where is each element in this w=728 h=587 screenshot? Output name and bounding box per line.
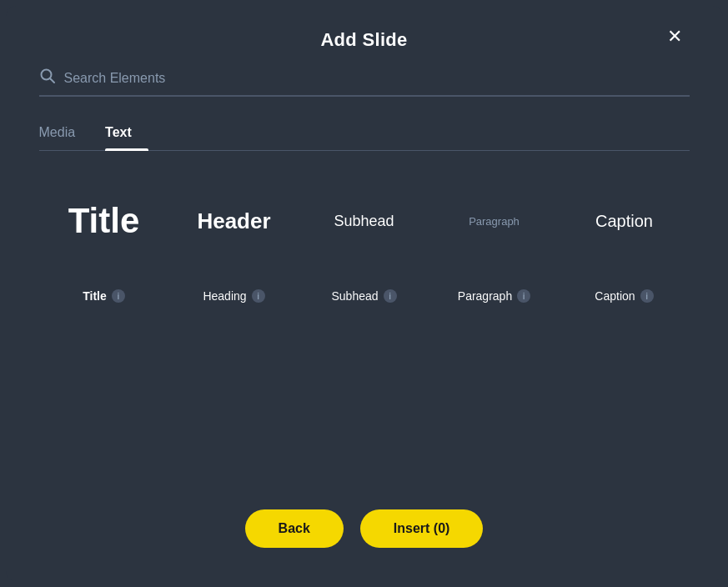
modal-overlay: Add Slide ✕ Media Text Ti xyxy=(0,0,728,587)
element-labels: Title i Heading i Subhead i Paragraph i … xyxy=(39,283,690,309)
element-label-title[interactable]: Title i xyxy=(39,283,169,309)
tab-text[interactable]: Text xyxy=(105,117,148,150)
insert-button[interactable]: Insert (0) xyxy=(360,509,484,548)
modal-header: Add Slide ✕ xyxy=(39,6,690,68)
element-label-caption[interactable]: Caption i xyxy=(560,283,690,309)
search-icon xyxy=(39,68,56,88)
element-preview-title[interactable]: Title xyxy=(39,176,169,266)
tabs-bar: Media Text xyxy=(39,117,690,151)
modal-footer: Back Insert (0) xyxy=(39,493,690,548)
element-label-subhead[interactable]: Subhead i xyxy=(299,283,429,309)
back-button[interactable]: Back xyxy=(245,509,344,548)
element-label-paragraph[interactable]: Paragraph i xyxy=(429,283,560,309)
element-preview-caption[interactable]: Caption xyxy=(560,176,690,266)
info-badge-subhead[interactable]: i xyxy=(384,289,397,303)
element-preview-paragraph[interactable]: Paragraph xyxy=(429,176,560,266)
svg-point-0 xyxy=(41,70,51,80)
info-badge-paragraph[interactable]: i xyxy=(517,289,530,303)
modal: Add Slide ✕ Media Text Ti xyxy=(6,6,723,581)
info-badge-heading[interactable]: i xyxy=(252,289,265,303)
search-input[interactable] xyxy=(64,71,690,86)
element-label-heading[interactable]: Heading i xyxy=(169,283,299,309)
element-preview-header[interactable]: Header xyxy=(169,176,299,266)
svg-line-1 xyxy=(50,79,54,83)
search-bar xyxy=(39,68,690,97)
info-badge-caption[interactable]: i xyxy=(640,289,654,303)
element-previews: Title Header Subhead Paragraph Caption xyxy=(39,176,690,266)
close-icon: ✕ xyxy=(667,26,682,48)
element-preview-subhead[interactable]: Subhead xyxy=(299,176,429,266)
info-badge-title[interactable]: i xyxy=(112,289,125,303)
tab-media[interactable]: Media xyxy=(39,117,93,150)
modal-title: Add Slide xyxy=(320,29,407,51)
close-button[interactable]: ✕ xyxy=(660,22,690,52)
